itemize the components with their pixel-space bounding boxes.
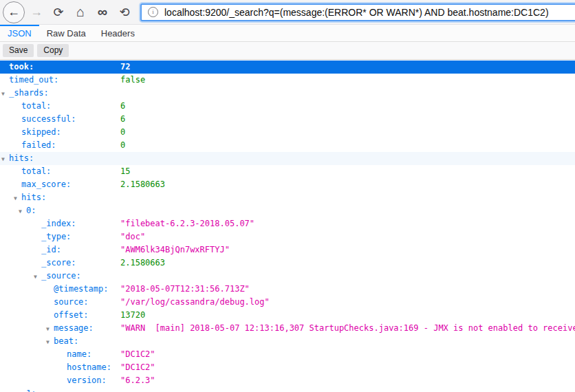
expander-icon[interactable]: ▼	[14, 192, 21, 204]
back-button[interactable]: ←	[3, 1, 25, 23]
site-info-icon[interactable]: i	[148, 7, 158, 17]
infinity-icon: ∞	[98, 4, 107, 20]
tab-json[interactable]: JSON	[0, 25, 39, 41]
json-label-cell: offset:	[0, 309, 120, 322]
json-value	[120, 270, 575, 283]
back-icon: ←	[8, 5, 20, 19]
json-row[interactable]: version:"6.2.3"	[0, 374, 575, 387]
json-row[interactable]: max_score:2.1580663	[0, 178, 575, 191]
json-key: message:	[54, 323, 94, 333]
json-label-cell: timed_out:	[0, 74, 120, 87]
json-key: source:	[54, 297, 89, 307]
expander-icon[interactable]: ▼	[1, 87, 9, 100]
json-row[interactable]: ▼0:	[0, 204, 575, 217]
json-value: 72	[120, 61, 575, 74]
expander-icon[interactable]: ▼	[46, 336, 54, 348]
json-value: "6.2.3"	[120, 374, 575, 387]
json-row[interactable]: _score:2.1580663	[0, 257, 575, 270]
expander-icon[interactable]: ▼	[19, 205, 26, 217]
json-key: _id:	[41, 245, 61, 254]
save-button[interactable]: Save	[3, 44, 34, 57]
json-key: timed_out:	[9, 75, 58, 85]
json-key: hits:	[21, 193, 46, 202]
json-key: _score:	[41, 258, 76, 268]
json-label-cell: ▼message:	[0, 322, 120, 335]
json-row[interactable]: ▼_source:	[0, 270, 575, 283]
json-key: version:	[67, 375, 107, 385]
copy-button[interactable]: Copy	[37, 44, 69, 57]
tab-raw-data[interactable]: Raw Data	[39, 25, 94, 41]
json-row[interactable]: skipped:0	[0, 126, 575, 139]
json-row[interactable]: _index:"filebeat-6.2.3-2018.05.07"	[0, 217, 575, 230]
expander-icon[interactable]: ▼	[34, 270, 41, 283]
json-label-cell: ▼beat:	[0, 335, 120, 348]
json-label-cell: took:	[0, 61, 120, 74]
json-label-cell: ▼hits:	[0, 191, 120, 204]
json-label-cell: ▼_source:	[0, 270, 120, 283]
json-key: 0:	[26, 206, 36, 215]
forward-button[interactable]: →	[26, 2, 47, 23]
json-value	[120, 87, 575, 100]
json-row[interactable]: successful:6	[0, 113, 575, 126]
json-label-cell: _id:	[0, 243, 120, 257]
json-key: offset:	[54, 310, 89, 320]
json-value: "filebeat-6.2.3-2018.05.07"	[120, 217, 575, 230]
json-row[interactable]: source:"/var/log/cassandra/debug.log"	[0, 296, 575, 309]
json-value: false	[120, 74, 575, 87]
json-row[interactable]: total:6	[0, 100, 575, 113]
json-value: "2018-05-07T12:31:56.713Z"	[120, 283, 575, 296]
json-key: _shards:	[9, 88, 49, 98]
json-row[interactable]: ▼_shards:	[0, 87, 575, 100]
json-key: _type:	[41, 232, 71, 241]
json-row[interactable]: timed_out:false	[0, 74, 575, 87]
json-key: total:	[21, 166, 51, 176]
tab-headers[interactable]: Headers	[94, 25, 142, 41]
history-icon: ⟲	[119, 5, 129, 20]
json-row[interactable]: name:"DC1C2"	[0, 348, 575, 361]
json-row[interactable]: ▼hits:	[0, 152, 575, 165]
json-row[interactable]: failed:0	[0, 139, 575, 152]
url-bar[interactable]: i localhost:9200/_search?q=(message:(ERR…	[140, 3, 575, 21]
json-label-cell: _index:	[0, 217, 120, 230]
history-button[interactable]: ⟲	[114, 2, 135, 23]
json-row[interactable]: ▼message:"WARN [main] 2018-05-07 12:13:1…	[0, 322, 575, 335]
json-row[interactable]: _type:"doc"	[0, 230, 575, 243]
json-row[interactable]: ▼1:	[0, 387, 575, 392]
json-row[interactable]: total:15	[0, 165, 575, 178]
json-value: 13720	[120, 309, 575, 322]
expander-icon[interactable]: ▼	[19, 388, 26, 392]
json-row[interactable]: offset:13720	[0, 309, 575, 322]
json-key: name:	[67, 349, 91, 359]
json-value: 6	[120, 100, 575, 113]
json-key: took:	[9, 62, 34, 72]
json-label-cell: total:	[0, 100, 120, 113]
infinity-button[interactable]: ∞	[92, 2, 113, 23]
json-row[interactable]: ▼beat:	[0, 335, 575, 348]
json-key: _index:	[41, 219, 76, 228]
json-row[interactable]: @timestamp:"2018-05-07T12:31:56.713Z"	[0, 283, 575, 296]
json-key: 1:	[26, 389, 36, 392]
nav-buttons: ← → ⟳ ⌂ ∞ ⟲	[3, 1, 136, 23]
json-label-cell: version:	[0, 374, 120, 387]
json-row[interactable]: took:72	[0, 61, 575, 74]
json-key: hostname:	[67, 362, 111, 372]
json-label-cell: name:	[0, 348, 120, 361]
expander-icon[interactable]: ▼	[46, 323, 54, 335]
json-row[interactable]: ▼hits:	[0, 191, 575, 204]
json-row[interactable]: _id:"AWM6lk34BjQn7wxRFTYJ"	[0, 243, 575, 257]
url-text[interactable]: localhost:9200/_search?q=(message:(ERROR…	[164, 7, 549, 18]
json-label-cell: ▼1:	[0, 387, 120, 392]
json-key: max_score:	[21, 179, 71, 189]
json-value	[120, 152, 575, 165]
forward-icon: →	[30, 5, 43, 19]
json-row[interactable]: hostname:"DC1C2"	[0, 361, 575, 374]
home-button[interactable]: ⌂	[70, 2, 91, 23]
json-value	[120, 204, 575, 217]
refresh-button[interactable]: ⟳	[48, 2, 69, 23]
browser-toolbar: ← → ⟳ ⌂ ∞ ⟲ i localhost:9200/_search?q=(…	[0, 0, 575, 25]
json-value: 2.1580663	[120, 178, 575, 191]
json-label-cell: @timestamp:	[0, 283, 120, 296]
json-value: "DC1C2"	[120, 361, 575, 374]
expander-icon[interactable]: ▼	[1, 153, 9, 165]
json-key: _source:	[41, 271, 81, 281]
